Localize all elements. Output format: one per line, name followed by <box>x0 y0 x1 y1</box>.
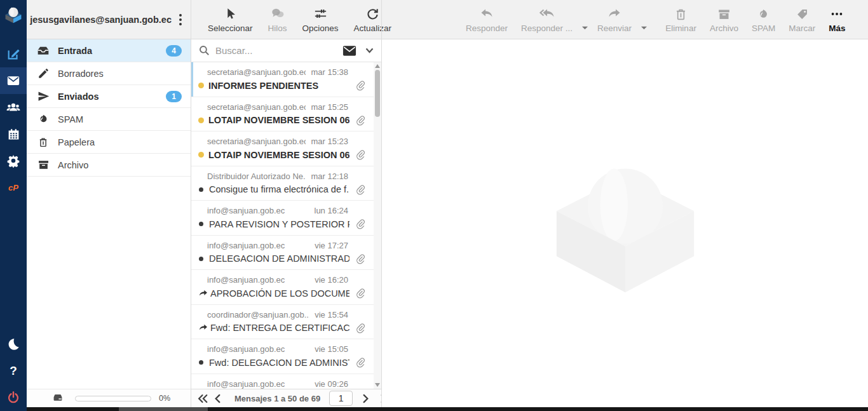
message-row[interactable]: secretaria@sanjuan.gob.ecmar 15:23 LOTAI… <box>191 131 374 166</box>
message-date: mar 15:38 <box>311 67 348 77</box>
gear-icon <box>6 154 20 168</box>
message-date: mar 15:25 <box>311 102 348 112</box>
message-row[interactable]: info@sanjuan.gob.ecvie 15:05 Fwd: DELEGA… <box>191 339 374 374</box>
read-dot-icon[interactable] <box>199 360 203 365</box>
quota-progress <box>75 396 151 401</box>
account-menu-button[interactable] <box>175 13 186 27</box>
list-view-divider <box>381 0 382 407</box>
sidebar-item-archivo[interactable]: Archivo <box>27 154 191 177</box>
account-email: jesusgavilanes@sanjuan.gob.ec <box>30 15 172 25</box>
toolbar: Seleccionar Hilos <box>191 0 868 39</box>
message-date: vie 15:54 <box>315 310 348 320</box>
read-dot-icon[interactable] <box>199 187 203 192</box>
message-date: mar 15:23 <box>311 137 348 146</box>
more-button[interactable]: Más <box>824 0 850 33</box>
threads-button[interactable]: Hilos <box>264 0 292 33</box>
attachment-icon <box>355 219 365 229</box>
message-row[interactable]: Distribuidor Autorizado Ne...mar 12:18 C… <box>191 166 374 201</box>
search-options-caret[interactable] <box>365 48 374 53</box>
message-date: vie 16:20 <box>315 275 348 285</box>
archive-icon <box>717 6 731 22</box>
logout-button[interactable] <box>0 384 27 411</box>
spam-button[interactable]: SPAM <box>747 0 780 33</box>
sliders-icon <box>313 6 328 22</box>
mail-filter-icon[interactable] <box>342 45 356 57</box>
select-button[interactable]: Seleccionar <box>203 0 257 33</box>
message-row[interactable]: info@sanjuan.gob.ecvie 09:26 <box>191 374 374 389</box>
unread-dot-icon[interactable] <box>198 152 204 158</box>
bottom-scroll-thumb[interactable] <box>119 407 208 411</box>
bottom-scroll-strip[interactable] <box>27 407 868 411</box>
message-subject: Fwd: DELEGACION DE ADMINIST... <box>209 358 349 368</box>
message-sender: Distribuidor Autorizado Ne... <box>207 172 306 181</box>
reply-icon <box>479 6 494 22</box>
snappymail-logo-icon <box>3 4 24 25</box>
options-button[interactable]: Opciones <box>298 0 343 33</box>
search-icon <box>198 44 210 57</box>
sidebar-item-label: Papelera <box>58 137 182 147</box>
message-sender: info@sanjuan.gob.ec <box>207 206 285 215</box>
snappymail-logo[interactable] <box>0 0 27 29</box>
help-button[interactable]: ? <box>0 358 27 384</box>
message-subject: Consigue tu firma electrónica de f... <box>209 184 349 194</box>
mail-nav-button[interactable] <box>0 67 27 94</box>
next-page-button[interactable] <box>359 394 372 403</box>
prev-page-button[interactable] <box>211 394 224 403</box>
theme-toggle-button[interactable] <box>0 331 27 358</box>
attachment-icon <box>355 80 365 91</box>
message-row[interactable]: secretaria@sanjuan.gob.ecmar 15:25 LOTAI… <box>191 97 374 132</box>
message-sender: coordinador@sanjuan.gob.... <box>207 310 309 320</box>
tag-button[interactable]: Marcar <box>784 0 820 33</box>
search-input[interactable] <box>215 45 342 56</box>
scroll-down-arrow[interactable] <box>375 383 380 387</box>
calendar-button[interactable] <box>0 121 27 147</box>
reply-all-button[interactable]: Responder ... <box>517 0 577 33</box>
message-date: lun 16:24 <box>315 206 349 215</box>
attachment-icon <box>355 323 365 334</box>
scroll-up-arrow[interactable] <box>375 64 380 68</box>
message-row[interactable]: info@sanjuan.gob.eclun 16:24 PARA REVISI… <box>191 201 374 236</box>
message-row[interactable]: secretaria@sanjuan.gob.ecmar 15:38 INFOR… <box>191 62 374 97</box>
compose-button[interactable] <box>0 41 27 67</box>
read-dot-icon[interactable] <box>199 222 203 226</box>
forward-button[interactable]: Reenviar <box>593 0 636 33</box>
scrollbar-thumb[interactable] <box>375 70 380 117</box>
message-subject: LOTAIP NOVIEMBRE SESION 061 <box>208 150 349 160</box>
message-sender: info@sanjuan.gob.ec <box>207 275 285 285</box>
cpanel-button[interactable]: cP <box>0 174 27 201</box>
quota-percent: 0% <box>159 394 170 403</box>
attachment-icon <box>355 184 365 195</box>
message-view-pane <box>382 39 868 407</box>
sidebar-item-papelera[interactable]: Papelera <box>27 131 191 154</box>
read-dot-icon[interactable] <box>199 257 203 261</box>
message-row[interactable]: coordinador@sanjuan.gob....vie 15:54 Fwd… <box>191 305 374 340</box>
first-page-button[interactable] <box>194 394 211 403</box>
sidebar-item-entrada[interactable]: Entrada 4 <box>27 39 191 62</box>
pagination-bar: Mensajes 1 a 50 de 69 <box>191 389 381 407</box>
contacts-button[interactable] <box>0 94 27 121</box>
page-number-input[interactable] <box>329 391 353 406</box>
sidebar-item-borradores[interactable]: Borradores <box>27 62 191 85</box>
archive-button[interactable]: Archivo <box>705 0 743 33</box>
message-sender: info@sanjuan.gob.ec <box>207 379 285 389</box>
mail-icon <box>6 74 20 88</box>
unread-dot-icon[interactable] <box>198 83 204 88</box>
forward-dropdown-caret[interactable] <box>641 25 648 30</box>
reply-button[interactable]: Responder <box>461 0 512 33</box>
unread-dot-icon[interactable] <box>198 118 204 123</box>
flame-icon <box>757 6 770 22</box>
power-icon <box>6 391 20 405</box>
reply-all-dropdown-caret[interactable] <box>581 25 588 30</box>
sidebar-item-enviados[interactable]: Enviados 1 <box>27 85 191 108</box>
message-date: vie 09:26 <box>315 379 348 389</box>
attachment-icon <box>355 357 365 368</box>
message-subject: INFORMES PENDIENTES <box>208 81 349 91</box>
message-sender: secretaria@sanjuan.gob.ec <box>207 67 306 77</box>
list-scrollbar[interactable] <box>374 62 381 389</box>
cursor-icon <box>223 6 237 22</box>
message-row[interactable]: info@sanjuan.gob.ecvie 16:20 APROBACIÓN … <box>191 270 374 305</box>
sidebar-item-spam[interactable]: SPAM <box>27 108 191 131</box>
message-row[interactable]: info@sanjuan.gob.ecvie 17:27 DELEGACION … <box>191 236 374 271</box>
settings-button[interactable] <box>0 147 27 174</box>
delete-button[interactable]: Eliminar <box>661 0 701 33</box>
